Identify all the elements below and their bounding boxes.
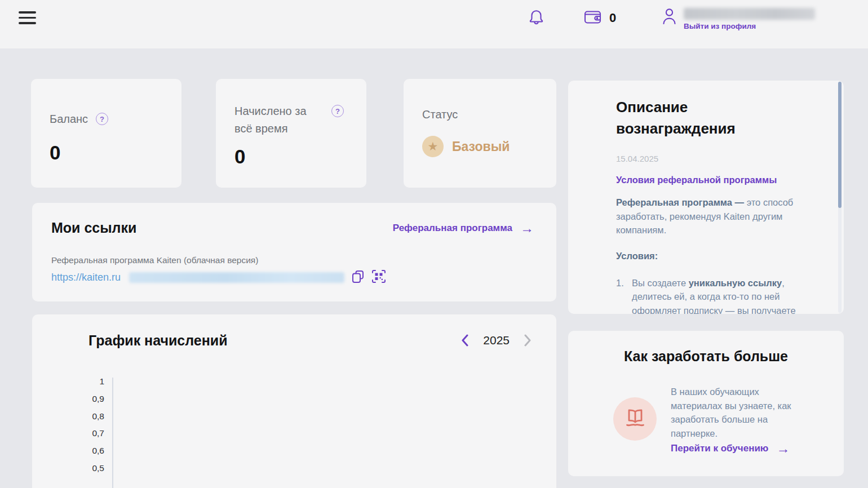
- y-tick-label: 0,7: [65, 428, 104, 438]
- top-bar: 0 Выйти из профиля: [0, 0, 868, 48]
- condition-list-item: 1. Вы создаете уникальную ссылку, делите…: [616, 276, 802, 314]
- y-tick-label: 1: [65, 376, 104, 387]
- accruals-chart-card: График начислений 2025 1 0,9 0,8 0,7 0,6…: [32, 314, 556, 488]
- scrollbar-thumb[interactable]: [838, 82, 842, 208]
- user-icon[interactable]: [661, 7, 678, 30]
- accrued-label: Начислено за всё время: [234, 103, 324, 137]
- referral-program-link[interactable]: Реферальная программа →: [393, 223, 534, 234]
- referral-url-link[interactable]: https://kaiten.ru: [51, 272, 121, 283]
- earn-more-text: В наших обучающих материалах вы узнаете,…: [671, 385, 803, 440]
- balance-value: 0: [50, 141, 168, 164]
- y-tick-label: 0,5: [65, 463, 104, 473]
- status-label: Статус: [422, 106, 458, 123]
- profile-widget: Выйти из профиля: [661, 7, 815, 30]
- wallet-icon: [584, 9, 601, 26]
- wallet-balance: 0: [609, 11, 616, 25]
- copy-icon[interactable]: [352, 270, 364, 285]
- help-icon[interactable]: ?: [96, 113, 108, 125]
- reward-description-title: Описание вознаграждения: [616, 96, 785, 139]
- y-tick-label: 0,6: [65, 446, 104, 456]
- chart-y-axis: [112, 378, 113, 488]
- referral-terms-link[interactable]: Условия реферальной программы: [616, 175, 777, 185]
- my-links-title: Мои ссылки: [51, 220, 136, 236]
- go-to-training-link[interactable]: Перейти к обучению →: [671, 443, 790, 454]
- chevron-left-icon[interactable]: [461, 334, 469, 347]
- logout-link[interactable]: Выйти из профиля: [684, 22, 815, 30]
- y-tick-label: 0,9: [65, 394, 104, 404]
- referral-link-caption: Реферальная программа Kaiten (облачная в…: [51, 255, 534, 265]
- notifications-bell-icon[interactable]: [529, 9, 544, 28]
- list-item-pre: Вы создаете: [632, 278, 689, 288]
- referral-program-link-label: Реферальная программа: [393, 223, 512, 234]
- list-item-text: Вы создаете уникальную ссылку, делитесь …: [632, 276, 802, 314]
- reward-description-card: Описание вознаграждения 15.04.2025 Услов…: [568, 81, 844, 314]
- paragraph-bold: Реферальная программа —: [616, 197, 744, 207]
- username-redacted: [684, 8, 815, 20]
- referral-dashboard-page: 0 Выйти из профиля Баланс ? 0 Начислено …: [0, 0, 868, 488]
- reward-description-date: 15.04.2025: [616, 154, 804, 163]
- chevron-right-icon[interactable]: [524, 334, 532, 347]
- chart-title: График начислений: [88, 332, 228, 349]
- book-icon: [623, 407, 647, 431]
- status-card: Статус ★ Базовый: [404, 79, 556, 188]
- balance-label: Баланс: [50, 110, 88, 128]
- reward-description-paragraph: Реферальная программа — это способ зараб…: [616, 196, 802, 237]
- arrow-right-icon: →: [520, 223, 534, 233]
- year-navigator: 2025: [461, 334, 532, 347]
- help-icon[interactable]: ?: [331, 105, 344, 117]
- star-badge-icon: ★: [422, 136, 444, 157]
- conditions-heading: Условия:: [616, 251, 804, 261]
- year-value: 2025: [483, 334, 510, 347]
- y-tick-label: 0,8: [65, 411, 104, 422]
- menu-icon[interactable]: [19, 11, 36, 24]
- list-item-bold: уникальную ссылку: [689, 278, 782, 288]
- referral-url-redacted: [129, 272, 344, 283]
- list-item-number: 1.: [616, 276, 632, 314]
- star-glyph: ★: [428, 140, 439, 153]
- earn-more-title: Как заработать больше: [568, 348, 844, 365]
- my-links-card: Мои ссылки Реферальная программа → Рефер…: [32, 203, 556, 301]
- wallet-widget[interactable]: 0: [584, 9, 616, 26]
- balance-card: Баланс ? 0: [31, 79, 181, 188]
- accrued-card: Начислено за всё время ? 0: [216, 79, 366, 188]
- arrow-right-icon: →: [776, 443, 790, 454]
- book-icon-badge: [613, 397, 657, 441]
- qr-code-icon[interactable]: [371, 269, 386, 285]
- go-to-training-label: Перейти к обучению: [671, 443, 768, 454]
- status-value: Базовый: [452, 139, 510, 154]
- accrued-value: 0: [234, 145, 353, 168]
- earn-more-card: Как заработать больше В наших обучающих …: [568, 331, 844, 476]
